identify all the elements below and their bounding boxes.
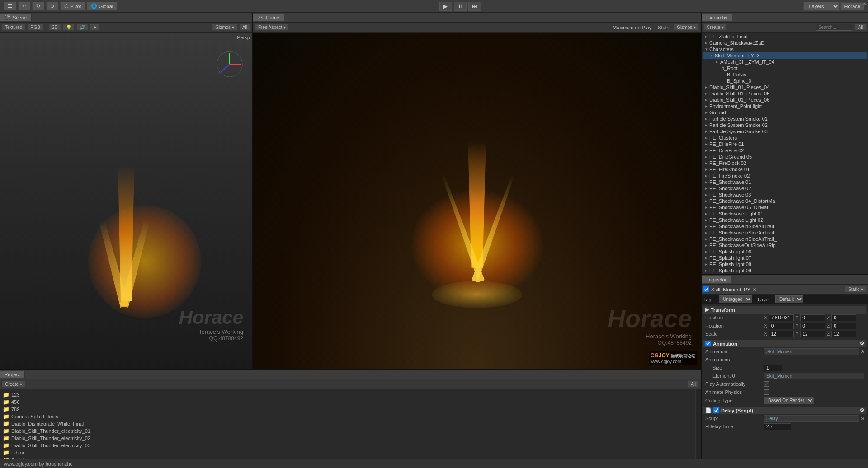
pivot-button[interactable]: ⬡ Pivot <box>60 2 85 10</box>
hierarchy-item-pe-splash-09[interactable]: ▸PE_Splash light 09 <box>703 267 867 274</box>
scene-sound-button[interactable]: 🔊 <box>76 24 88 31</box>
hierarchy-item-pe-dilifire-01[interactable]: ▸PE_DilieFire 01 <box>703 141 867 147</box>
hierarchy-item-pe-shockwave-light-02[interactable]: ▸PE_Shockwave Light 02 <box>703 217 867 223</box>
hierarchy-item-pe-firesmoke-02[interactable]: ▸PE_FireSmoke 02 <box>703 173 867 179</box>
game-gizmos-button[interactable]: Gizmos ▾ <box>674 24 699 31</box>
hierarchy-search-input[interactable] <box>816 24 852 31</box>
hierarchy-item-b-spine0[interactable]: B_Spine_0 <box>703 78 867 84</box>
rotation-y-field[interactable] <box>800 323 825 329</box>
hierarchy-item-diablo-01-05[interactable]: ▸Diablo_Skill_01_Pieces_05 <box>703 90 867 97</box>
hierarchy-create-button[interactable]: Create ▾ <box>703 24 727 31</box>
layers-dropdown[interactable]: Layers <box>803 2 840 11</box>
hierarchy-item-pe-splash-06[interactable]: ▸PE_Splash light 06 <box>703 248 867 255</box>
hierarchy-item-pe-shockwaveinside-01[interactable]: ▸PE_ShockwaveInSideAirTrail_ <box>703 223 867 229</box>
scale-x-field[interactable] <box>769 331 794 337</box>
project-item-789[interactable]: 📁789 <box>2 406 693 413</box>
scene-light-button[interactable]: 💡 <box>63 24 75 31</box>
project-item-diablo-thunder-02[interactable]: 📁Diablo_Skill_Thunder_electricity_02 <box>2 435 693 442</box>
animation-settings-icon[interactable]: ⚙ <box>860 341 864 346</box>
rotation-z-field[interactable] <box>831 323 856 329</box>
inspector-active-check[interactable] <box>703 286 709 292</box>
rgb-button[interactable]: RGB <box>27 24 43 31</box>
delay-script-header[interactable]: 📄 Delay (Script) ⚙ <box>703 407 866 414</box>
transform-button[interactable]: ⊕ <box>46 2 58 10</box>
anim-size-field[interactable] <box>764 365 782 371</box>
hierarchy-item-diablo-01-06[interactable]: ▸Diablo_Skill_01_Pieces_06 <box>703 97 867 103</box>
hierarchy-item-pe-shockwave-05[interactable]: ▸PE_Shockwave 05_DifMat <box>703 204 867 211</box>
stats-button[interactable]: Stats <box>656 25 671 30</box>
project-item-editor[interactable]: 📁Editor <box>2 449 693 456</box>
project-scrollbar[interactable] <box>695 389 701 459</box>
hierarchy-item-cam-shock[interactable]: ▸Camera_ShockwaveZaDi <box>703 40 867 46</box>
transform-header[interactable]: ▶ Transform <box>703 306 866 314</box>
hierarchy-item-pe-splash-08[interactable]: ▸PE_Splash light 08 <box>703 261 867 267</box>
hierarchy-item-pe-dilifire-02[interactable]: ▸PE_DilieFire 02 <box>703 147 867 154</box>
hierarchy-item-particle-smoke-02[interactable]: ▸Particle System Smoke 02 <box>703 122 867 128</box>
animation-header[interactable]: Animation ⚙ <box>703 340 866 347</box>
project-item-456[interactable]: 📁456 <box>2 398 693 406</box>
hierarchy-item-ground[interactable]: ▸Ground <box>703 109 867 116</box>
free-aspect-button[interactable]: Free Aspect ▾ <box>255 24 289 31</box>
step-button[interactable]: ⏭ <box>468 2 481 11</box>
gizmos-button[interactable]: Gizmos ▾ <box>212 24 237 31</box>
hierarchy-item-characters[interactable]: ▾Characters <box>703 46 867 52</box>
hierarchy-item-particle-smoke-03[interactable]: ▸Particle System Smoke 03 <box>703 128 867 135</box>
position-x-field[interactable] <box>769 314 794 321</box>
hierarchy-item-pe-shockwave-01[interactable]: ▸PE_Shockwave 01 <box>703 179 867 185</box>
project-tab[interactable]: Project <box>0 371 25 378</box>
project-all-button[interactable]: All <box>688 381 699 388</box>
hierarchy-all-button[interactable]: All <box>855 24 866 31</box>
hierarchy-item-particle-smoke-01[interactable]: ▸Particle System Smoke 01 <box>703 116 867 122</box>
project-item-cam-splat[interactable]: 📁Camera Splat Effects <box>2 413 693 420</box>
hierarchy-item-pe-shockwave-04[interactable]: ▸PE_Shockwave 04_DistortMa <box>703 198 867 204</box>
project-item-123[interactable]: 📁123 <box>2 391 693 398</box>
hierarchy-item-pe-shockwaveinside-02[interactable]: ▸PE_ShockwaveInSideAirTrail_ <box>703 229 867 236</box>
hierarchy-item-pe-zadifx[interactable]: ▸PE_ZadiFx_Final <box>703 33 867 40</box>
textured-button[interactable]: Textured <box>2 24 25 31</box>
all-button[interactable]: All <box>239 24 250 31</box>
redo-button[interactable]: ↻ <box>32 2 44 10</box>
hierarchy-item-pe-shockwave-02[interactable]: ▸PE_Shockwave 02 <box>703 185 867 192</box>
anim-element0-value[interactable]: Skill_Moment <box>764 373 864 379</box>
animation-clip-value[interactable]: Skill_Moment <box>764 348 859 355</box>
delay-script-check[interactable] <box>713 407 719 413</box>
layer-dropdown[interactable]: Default <box>775 295 803 303</box>
scene-effect-button[interactable]: ✦ <box>90 24 100 31</box>
inspector-tab[interactable]: Inspector <box>702 276 731 283</box>
hierarchy-item-b-root[interactable]: b_Root <box>703 65 867 71</box>
position-y-field[interactable] <box>800 314 825 321</box>
project-item-diablo-thunder-01[interactable]: 📁Diablo_Skill_Thunder_electricity_01 <box>2 427 693 435</box>
hierarchy-item-pe-shockwaveoutside[interactable]: ▸PE_ShockwaveOutSideAirRip <box>703 242 867 248</box>
global-button[interactable]: 🌐 Global <box>87 2 117 10</box>
hierarchy-item-amesh[interactable]: ▸AMesh_CH_ZYM_IT_04 <box>703 59 867 65</box>
project-create-button[interactable]: Create ▾ <box>2 381 25 388</box>
rotation-x-field[interactable] <box>769 323 794 329</box>
hierarchy-item-pe-clusters[interactable]: ▸PE_Clusters <box>703 135 867 141</box>
hierarchy-item-diablo-01-04[interactable]: ▸Diablo_Skill_01_Pieces_04 <box>703 84 867 90</box>
new-scene-button[interactable]: ☰ <box>4 2 16 10</box>
project-item-diablo-thunder-03[interactable]: 📁Diablo_Skill_Thunder_electricity_03 <box>2 442 693 449</box>
script-ref-value[interactable]: Delay <box>764 415 859 422</box>
animation-clip-pick[interactable]: ⊙ <box>860 349 864 355</box>
pause-button[interactable]: ⏸ <box>454 2 467 11</box>
animation-check[interactable] <box>705 341 711 346</box>
position-z-field[interactable] <box>831 314 856 321</box>
hierarchy-item-b-pelvis[interactable]: B_Pelvis <box>703 71 867 78</box>
hierarchy-item-pe-shockwaveinside-03[interactable]: ▸PE_ShockwaveInSideAirTrail_ <box>703 236 867 242</box>
fdelay-time-field[interactable] <box>764 423 791 430</box>
hierarchy-tab[interactable]: Hierarchy <box>702 14 732 21</box>
hierarchy-item-pe-fireblock-02[interactable]: ▸PE_FireBlock 02 <box>703 160 867 166</box>
game-tab[interactable]: 🎮 Game <box>253 14 284 21</box>
hierarchy-item-pe-shockwave-light-01[interactable]: ▸PE_Shockwave Light 01 <box>703 211 867 217</box>
tag-dropdown[interactable]: Untagged <box>719 295 752 303</box>
hierarchy-item-skill-moment[interactable]: ▸Skill_Moment_PY_3 <box>703 52 867 59</box>
scene-mode-2d[interactable]: 2D <box>49 24 61 31</box>
scale-z-field[interactable] <box>831 331 856 337</box>
hierarchy-item-pe-dilieground-05[interactable]: ▸PE_DilieGround 05 <box>703 154 867 160</box>
hierarchy-item-pe-splash-07[interactable]: ▸PE_Splash light 07 <box>703 255 867 261</box>
culling-type-dropdown[interactable]: Based On Render <box>764 397 814 404</box>
maximize-button[interactable]: Maximize on Play <box>611 25 653 30</box>
scene-tab[interactable]: 🎬 Scene <box>0 14 32 21</box>
undo-button[interactable]: ↩ <box>18 2 30 10</box>
project-item-diablo-dis[interactable]: 📁Diablo_Disintegrate_White_Final <box>2 420 693 427</box>
